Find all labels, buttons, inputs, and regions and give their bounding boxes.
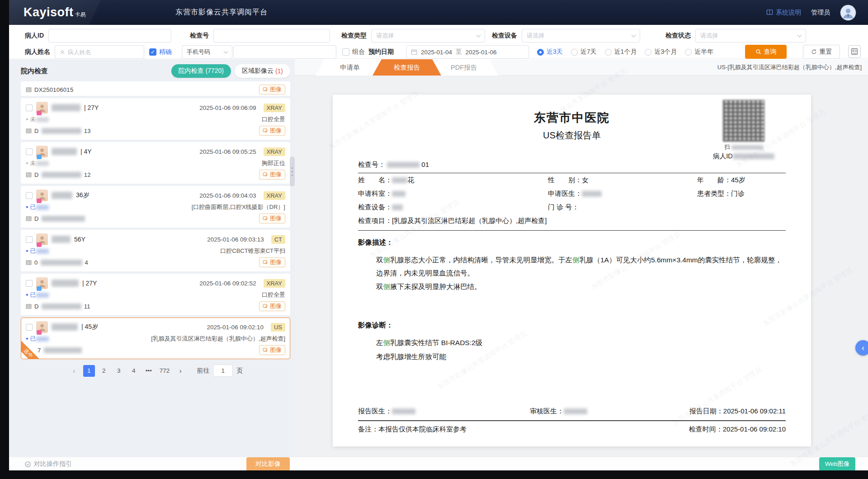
patient-avatar <box>36 146 48 157</box>
current-exam-title: US-[乳腺及其引流区淋巴结彩超（乳腺中心）,超声检查] <box>717 59 862 76</box>
exam-card[interactable]: 56Y 2025-01-06 09:03:13 CT • 已 口腔CBCT锥形束… <box>21 230 290 271</box>
page-4[interactable]: 4 <box>128 365 140 377</box>
range-6m[interactable]: 近半年 <box>685 48 713 56</box>
exam-status-label: 检查状态 <box>665 32 691 40</box>
panel-resize-handle[interactable] <box>290 157 295 186</box>
app-window: Kayisoft 卡易 东营市影像云共享调阅平台 系统说明 管理员 病人ID 检… <box>9 0 868 470</box>
image-button[interactable]: 图像 <box>259 345 285 355</box>
film-icon <box>26 260 32 266</box>
radio-3d[interactable] <box>537 49 544 56</box>
next-page-button[interactable]: › <box>175 365 186 377</box>
exam-card[interactable]: | 27Y 2025-01-06 09:02:52 XRAY • 已 口腔全景 … <box>21 274 290 315</box>
exam-card[interactable]: 36岁 2025-01-06 09:04:03 XRAY • 已 [口腔曲面断层… <box>21 186 290 228</box>
exam-no-input[interactable] <box>218 33 325 39</box>
radio-6m[interactable] <box>685 49 692 56</box>
exam-card[interactable]: DX250106015 图像 <box>21 81 290 96</box>
exam-status-select[interactable]: 请选择 <box>695 29 806 43</box>
image-button[interactable]: 图像 <box>259 85 285 95</box>
exam-type-select[interactable]: 请选择 <box>371 29 485 43</box>
page-3[interactable]: 3 <box>113 365 125 377</box>
image-button[interactable]: 图像 <box>259 257 285 267</box>
exam-checkbox[interactable] <box>26 192 33 199</box>
page-772[interactable]: 772 <box>158 365 172 377</box>
exam-device-select[interactable]: 请选择 <box>522 29 640 43</box>
image-button[interactable]: 图像 <box>259 213 285 223</box>
review-doctor-label: 审核医生： <box>530 407 564 415</box>
image-button[interactable]: 图像 <box>259 170 285 180</box>
collapse-panel-button[interactable]: ‹ <box>855 340 868 356</box>
status-redacted <box>36 161 49 166</box>
avatar[interactable] <box>840 5 856 21</box>
compare-guide-link[interactable]: 对比操作指引 <box>24 457 72 470</box>
report-document: 扫 病人ID 东营市中医院 US检查报告单 检查号： 01 <box>333 95 811 446</box>
radio-3m[interactable] <box>645 49 651 56</box>
exam-checkbox[interactable] <box>26 148 33 155</box>
patient-name-redacted <box>52 236 71 243</box>
view-toggle-button[interactable] <box>848 45 861 58</box>
search-button[interactable]: 查询 <box>745 45 787 59</box>
prev-page-button[interactable]: ‹ <box>68 365 80 377</box>
tab-region-cloud[interactable]: 区域影像云 (1) <box>235 64 290 78</box>
exam-description: 口腔CBCT锥形束CT平扫 <box>220 247 285 255</box>
phone-field-select[interactable]: 手机号码 <box>182 45 232 59</box>
image-button[interactable]: 图像 <box>259 301 285 311</box>
exact-checkbox[interactable]: ✓ <box>149 48 156 56</box>
status-dot: • <box>26 160 28 167</box>
range-7d[interactable]: 近7天 <box>571 48 597 56</box>
exam-card-selected[interactable]: | 45岁 2025-01-06 09:02:10 US • 已 [乳腺及其引流… <box>21 318 290 359</box>
phone-input[interactable] <box>238 49 331 56</box>
radio-7d[interactable] <box>571 49 578 56</box>
web-image-button[interactable]: Web图像 <box>819 457 855 470</box>
compare-images-button[interactable]: 对比影像 <box>246 457 290 470</box>
film-icon <box>26 304 32 309</box>
exam-device-label: 检查设备 <box>492 32 517 40</box>
system-help-link[interactable]: 系统说明 <box>766 9 801 17</box>
field-name-tail: 花 <box>407 176 414 184</box>
tab-inhospital[interactable]: 院内检查 (7720) <box>171 64 231 78</box>
page-2[interactable]: 2 <box>98 365 110 377</box>
exam-checkbox[interactable] <box>26 280 33 287</box>
qr-code <box>723 100 764 142</box>
range-3d[interactable]: 近3天 <box>537 48 563 56</box>
patient-name-input[interactable] <box>68 49 139 56</box>
page-1[interactable]: 1 <box>83 365 95 377</box>
exam-card[interactable]: | 27Y 2025-01-06 09:06:09 XRAY • 未 口腔全景 … <box>21 98 290 140</box>
status-redacted <box>36 337 49 341</box>
exam-card[interactable]: | 4Y 2025-01-06 09:05:25 XRAY • 未 胸部正位 D… <box>21 142 290 184</box>
exam-time: 2025-01-06 09:06:09 <box>199 104 256 111</box>
page-ellipsis[interactable]: ••• <box>143 365 155 377</box>
exam-time-label: 检查时间： <box>689 425 723 433</box>
field-item-value: [乳腺及其引流区淋巴结彩超（乳腺中心）,超声检查] <box>392 217 547 224</box>
field-sex-value: 女 <box>582 176 589 184</box>
field-age-value: 45岁 <box>731 176 745 184</box>
image-button-label: 图像 <box>270 258 282 266</box>
combine-checkbox[interactable] <box>342 48 349 56</box>
exam-checkbox[interactable] <box>26 324 33 331</box>
accession-prefix: D <box>34 303 39 310</box>
phone-field-label: 手机号码 <box>187 48 210 56</box>
read-status: 未 <box>30 115 36 123</box>
accession-suffix: 4 <box>85 259 89 266</box>
exam-time: 2025-01-06 09:04:03 <box>199 192 256 199</box>
accession-prefix: 0 <box>34 259 38 266</box>
patient-age: | 4Y <box>80 148 92 155</box>
report-doctor-label: 报告医生： <box>358 407 392 415</box>
range-3m[interactable]: 近3个月 <box>645 48 677 56</box>
reset-button[interactable]: 重置 <box>803 45 840 59</box>
exam-checkbox[interactable] <box>26 236 33 243</box>
range-1m[interactable]: 近1个月 <box>605 48 637 56</box>
divider <box>358 420 786 421</box>
user-avatar-icon <box>841 6 855 19</box>
exam-checkbox[interactable] <box>26 104 33 111</box>
user-name[interactable]: 管理员 <box>811 9 830 17</box>
image-icon <box>263 260 268 265</box>
tab-exam-report[interactable]: 检查报告 <box>373 59 441 76</box>
report-panel: 申请单 检查报告 PDF报告 US-[乳腺及其引流区淋巴结彩超（乳腺中心）,超声… <box>295 59 868 457</box>
patient-id-input[interactable] <box>53 33 166 39</box>
date-range-input[interactable]: 2025-01-04 至 2025-01-06 <box>406 45 529 59</box>
image-button[interactable]: 图像 <box>259 126 285 136</box>
radio-1m[interactable] <box>605 49 612 56</box>
exact-checkbox-group[interactable]: ✓ 精确 <box>149 45 172 59</box>
combine-checkbox-group[interactable]: 组合 <box>342 45 365 59</box>
page-goto-input[interactable] <box>213 365 233 377</box>
